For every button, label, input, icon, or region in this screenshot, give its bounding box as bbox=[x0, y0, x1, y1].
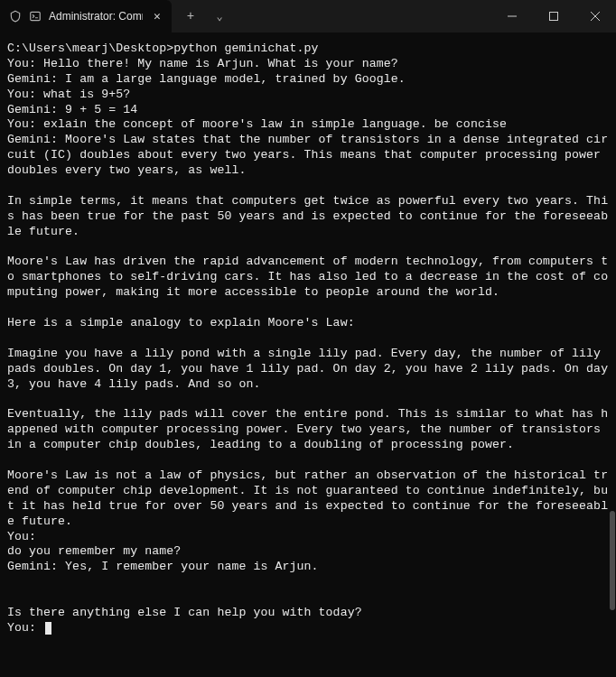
window-controls bbox=[491, 0, 616, 32]
close-icon: ✕ bbox=[154, 9, 161, 23]
tab-title: Administrator: Command Pro bbox=[49, 10, 143, 23]
minimize-button[interactable] bbox=[491, 0, 533, 32]
current-prompt: You: bbox=[7, 621, 43, 635]
new-tab-button[interactable]: + bbox=[177, 4, 204, 29]
scroll-thumb[interactable] bbox=[610, 511, 615, 610]
text-cursor bbox=[45, 622, 51, 635]
maximize-icon bbox=[549, 12, 558, 21]
terminal-text: C:\Users\mearj\Desktop>python geminichat… bbox=[7, 42, 615, 619]
minimize-icon bbox=[508, 12, 517, 21]
scrollbar[interactable] bbox=[608, 32, 615, 677]
active-tab[interactable]: Administrator: Command Pro ✕ bbox=[0, 0, 172, 32]
maximize-button[interactable] bbox=[533, 0, 574, 32]
tab-dropdown-button[interactable]: ⌄ bbox=[206, 4, 233, 29]
close-window-button[interactable] bbox=[574, 0, 616, 32]
cmd-icon bbox=[29, 10, 42, 23]
close-window-icon bbox=[591, 12, 600, 21]
tab-close-button[interactable]: ✕ bbox=[150, 9, 164, 23]
svg-rect-0 bbox=[31, 12, 41, 20]
chevron-down-icon: ⌄ bbox=[216, 10, 222, 23]
tabbar-area: + ⌄ bbox=[172, 0, 491, 32]
plus-icon: + bbox=[187, 9, 194, 23]
terminal-output[interactable]: C:\Users\mearj\Desktop>python geminichat… bbox=[0, 32, 616, 644]
titlebar: Administrator: Command Pro ✕ + ⌄ bbox=[0, 0, 616, 32]
admin-shield-icon bbox=[9, 10, 22, 23]
svg-rect-2 bbox=[550, 13, 558, 21]
